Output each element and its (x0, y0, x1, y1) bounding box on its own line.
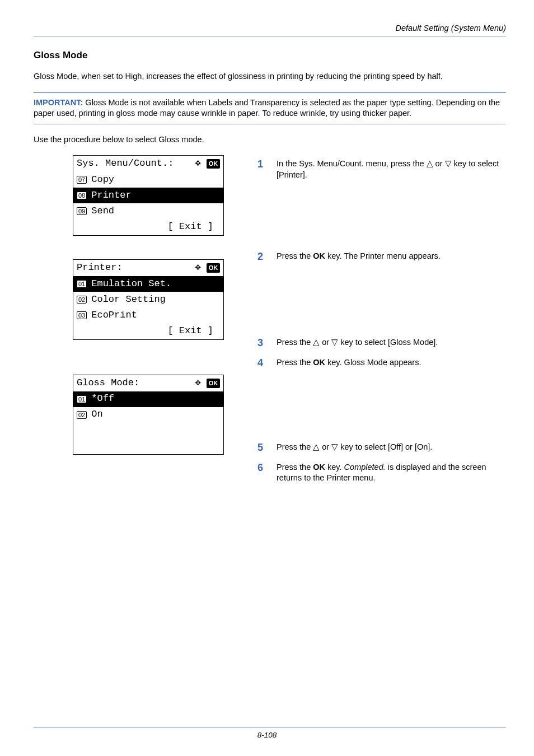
nav-arrows-icon: ✥ (195, 377, 201, 390)
step-4-text: Press the OK key. Gloss Mode appears. (277, 357, 506, 370)
section-title: Gloss Mode (34, 50, 506, 61)
important-block: IMPORTANT: Gloss Mode is not available w… (34, 92, 506, 124)
step-number-3: 3 (257, 337, 266, 349)
step-1-text: In the Sys. Menu/Count. menu, press the … (277, 158, 506, 180)
nav-arrows-icon: ✥ (195, 157, 201, 170)
step-number-2: 2 (257, 251, 266, 263)
lcd-column: Sys. Menu/Count.: ✥ OK 07 Copy 08 Printe… (34, 155, 235, 478)
down-triangle-icon: ▽ (445, 159, 452, 168)
important-label: IMPORTANT: (34, 98, 83, 107)
step-6-text: Press the OK key. Completed. is displaye… (277, 462, 506, 484)
lcd2-num-01: 01 (77, 280, 87, 288)
lcd1-num-09: 09 (77, 207, 87, 215)
lcd2-title: Printer: (77, 262, 195, 274)
lcd1-item-copy: Copy (91, 174, 220, 186)
lcd1-num-08: 08 (77, 192, 87, 199)
ok-icon: OK (207, 159, 220, 169)
important-text: Gloss Mode is not available when Labels … (34, 98, 500, 118)
down-triangle-icon: ▽ (331, 338, 338, 347)
up-triangle-icon: △ (313, 442, 320, 451)
up-triangle-icon: △ (313, 338, 320, 347)
down-triangle-icon: ▽ (331, 442, 338, 451)
lcd-screen-gloss-mode: Gloss Mode: ✥ OK 01 *Off 02 On (73, 375, 224, 455)
nav-arrows-icon: ✥ (195, 262, 201, 274)
step-5-text: Press the △ or ▽ key to select [Off] or … (277, 442, 506, 454)
lcd1-title: Sys. Menu/Count.: (77, 157, 195, 170)
lcd1-exit: [ Exit ] (73, 219, 223, 235)
lcd3-num-02: 02 (77, 411, 87, 419)
page-number: 8-108 (257, 731, 277, 739)
lcd-screen-printer: Printer: ✥ OK 01 Emulation Set. 02 Color… (73, 259, 224, 340)
lcd1-item-send: Send (91, 205, 220, 218)
header-right-title: Default Setting (System Menu) (34, 24, 506, 34)
intro-paragraph: Gloss Mode, when set to High, increases … (34, 71, 506, 82)
steps-column: 1 In the Sys. Menu/Count. menu, press th… (257, 155, 506, 492)
lcd-screen-sys-menu: Sys. Menu/Count.: ✥ OK 07 Copy 08 Printe… (73, 155, 224, 236)
step-number-5: 5 (257, 442, 266, 454)
ok-icon: OK (207, 379, 220, 388)
lcd2-exit: [ Exit ] (73, 323, 223, 339)
procedure-intro: Use the procedure below to select Gloss … (34, 134, 506, 146)
lcd3-item-off: *Off (91, 393, 220, 405)
lcd2-item-color: Color Setting (91, 293, 220, 306)
lcd2-item-ecoprint: EcoPrint (91, 309, 220, 322)
step-number-4: 4 (257, 357, 266, 370)
header-divider (34, 36, 506, 36)
lcd2-item-emulation: Emulation Set. (91, 278, 220, 291)
lcd3-item-on: On (91, 408, 220, 421)
footer-divider (34, 727, 506, 727)
ok-icon: OK (207, 263, 220, 273)
step-number-1: 1 (257, 158, 266, 180)
lcd2-num-03: 03 (77, 311, 87, 319)
step-number-6: 6 (257, 462, 266, 484)
lcd2-num-02: 02 (77, 296, 87, 304)
lcd3-title: Gloss Mode: (77, 377, 195, 390)
lcd1-num-07: 07 (77, 176, 87, 184)
step-3-text: Press the △ or ▽ key to select [Gloss Mo… (277, 337, 506, 349)
up-triangle-icon: △ (427, 159, 433, 168)
step-2-text: Press the OK key. The Printer menu appea… (277, 251, 506, 263)
lcd3-num-01: 01 (77, 395, 87, 403)
lcd1-item-printer: Printer (91, 189, 220, 202)
